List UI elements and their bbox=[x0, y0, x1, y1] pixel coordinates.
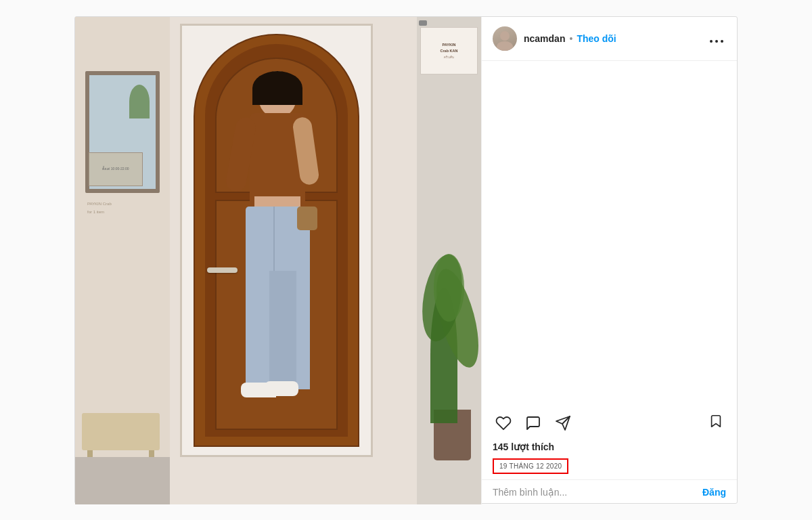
save-button[interactable] bbox=[706, 411, 726, 435]
post-info-panel: ncamdan • Theo dõi bbox=[481, 17, 737, 504]
share-icon bbox=[555, 415, 571, 431]
separator: • bbox=[569, 33, 572, 44]
follow-button[interactable]: Theo dõi bbox=[577, 33, 616, 44]
post-card: ตั้งแต่ 10:00-22:00 bbox=[74, 16, 738, 504]
post-header: ncamdan • Theo dõi bbox=[482, 17, 737, 61]
svg-point-3 bbox=[715, 40, 718, 43]
svg-point-1 bbox=[497, 41, 513, 51]
username-label[interactable]: ncamdan bbox=[524, 33, 565, 44]
like-button[interactable] bbox=[493, 412, 514, 434]
comment-button[interactable] bbox=[522, 412, 544, 434]
more-options-button[interactable] bbox=[707, 29, 726, 49]
post-comment-button[interactable]: Đăng bbox=[697, 487, 726, 498]
comment-icon bbox=[525, 415, 541, 431]
post-image: ตั้งแต่ 10:00-22:00 bbox=[75, 17, 481, 504]
comment-input[interactable] bbox=[493, 487, 697, 498]
heart-icon bbox=[495, 415, 512, 431]
share-button[interactable] bbox=[552, 412, 574, 434]
comment-row: Đăng bbox=[482, 479, 737, 504]
avatar[interactable] bbox=[493, 26, 517, 51]
date-row: 19 THÁNG 12 2020 bbox=[482, 456, 737, 479]
bookmark-icon bbox=[708, 414, 723, 429]
svg-point-0 bbox=[500, 31, 510, 41]
likes-row: 145 lượt thích bbox=[482, 438, 737, 456]
likes-count: 145 lượt thích bbox=[493, 441, 554, 452]
svg-point-4 bbox=[721, 40, 723, 43]
svg-point-2 bbox=[710, 40, 713, 43]
caption-area bbox=[482, 61, 737, 406]
post-date: 19 THÁNG 12 2020 bbox=[493, 458, 568, 474]
post-actions-row bbox=[482, 406, 737, 438]
